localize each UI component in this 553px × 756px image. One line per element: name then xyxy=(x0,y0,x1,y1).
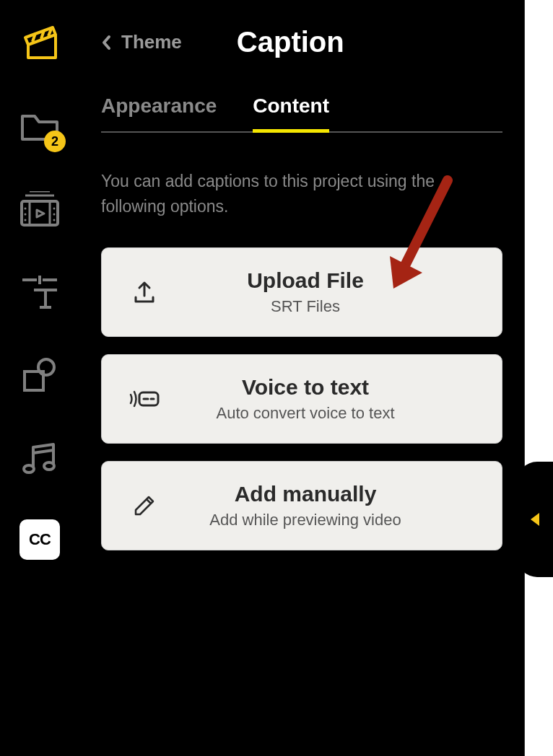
option-subtitle: SRT Files xyxy=(177,297,434,316)
back-button[interactable]: Theme xyxy=(101,31,182,53)
option-subtitle: Auto convert voice to text xyxy=(177,404,434,423)
svg-point-20 xyxy=(44,462,54,470)
svg-point-10 xyxy=(25,219,27,221)
svg-point-19 xyxy=(24,465,34,472)
sidebar-item-elements[interactable] xyxy=(18,353,61,397)
collapse-panel-button[interactable] xyxy=(517,462,553,577)
svg-point-8 xyxy=(25,208,27,210)
tab-content[interactable]: Content xyxy=(253,94,329,133)
pencil-icon xyxy=(119,494,170,517)
sidebar-item-media[interactable]: 2 xyxy=(18,105,61,148)
back-label: Theme xyxy=(121,31,182,53)
shapes-icon xyxy=(22,357,58,393)
caption-panel: 2 xyxy=(0,0,525,756)
video-templates-icon xyxy=(19,191,60,227)
svg-point-11 xyxy=(53,208,56,210)
voice-to-text-icon xyxy=(119,389,170,409)
panel-header: Theme Caption xyxy=(101,26,502,58)
svg-point-12 xyxy=(53,214,56,216)
caption-options: Upload File SRT Files Voice to text xyxy=(101,247,502,550)
triangle-left-icon xyxy=(531,513,539,526)
tool-sidebar: 2 xyxy=(0,0,79,756)
sidebar-item-audio[interactable] xyxy=(18,436,61,480)
sidebar-item-text[interactable] xyxy=(18,271,61,314)
option-add-manually[interactable]: Add manually Add while previewing video xyxy=(101,461,502,550)
svg-point-13 xyxy=(53,219,56,221)
chevron-left-icon xyxy=(101,35,111,50)
tab-appearance[interactable]: Appearance xyxy=(101,94,217,133)
svg-rect-3 xyxy=(22,201,58,225)
media-count-badge: 2 xyxy=(44,131,66,152)
svg-point-9 xyxy=(25,214,27,216)
sidebar-item-captions[interactable]: CC xyxy=(19,519,60,560)
film-clapper-icon xyxy=(19,23,60,63)
sidebar-item-theme[interactable] xyxy=(18,22,61,65)
main-content: Theme Caption Appearance Content You can… xyxy=(79,0,524,756)
cc-icon: CC xyxy=(29,530,51,549)
page-title: Caption xyxy=(237,26,344,58)
option-upload-file[interactable]: Upload File SRT Files xyxy=(101,247,502,337)
tabs: Appearance Content xyxy=(101,94,502,133)
option-voice-to-text[interactable]: Voice to text Auto convert voice to text xyxy=(101,354,502,444)
option-subtitle: Add while previewing video xyxy=(177,511,434,529)
option-title: Voice to text xyxy=(177,375,434,400)
upload-icon xyxy=(119,280,170,304)
svg-line-21 xyxy=(33,450,53,453)
text-settings-icon xyxy=(19,274,60,310)
sidebar-item-templates[interactable] xyxy=(18,188,61,231)
description-text: You can add captions to this project usi… xyxy=(101,169,502,219)
music-note-icon xyxy=(22,440,58,476)
option-title: Add manually xyxy=(177,482,434,506)
option-title: Upload File xyxy=(177,268,434,293)
